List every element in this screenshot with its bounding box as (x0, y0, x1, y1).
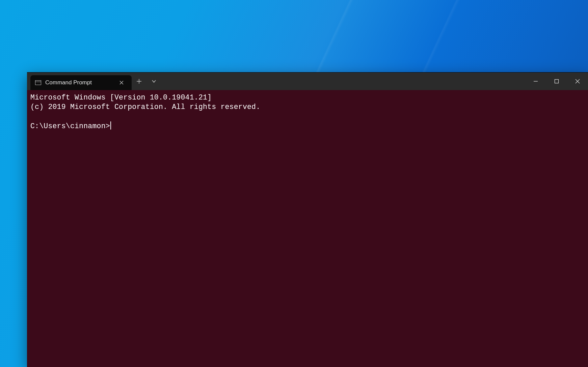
close-icon (575, 79, 580, 84)
terminal-prompt: C:\Users\cinnamon> (30, 122, 110, 130)
tab-label: Command Prompt (45, 79, 92, 86)
close-icon (119, 81, 124, 85)
command-prompt-icon (35, 80, 41, 85)
tab-close-button[interactable] (117, 78, 126, 87)
minimize-icon (533, 79, 538, 84)
tab-command-prompt[interactable]: Command Prompt (30, 75, 132, 90)
close-window-button[interactable] (567, 73, 588, 90)
window-controls (525, 73, 588, 90)
chevron-down-icon (152, 79, 156, 84)
tab-dropdown-button[interactable] (146, 73, 161, 90)
titlebar[interactable]: Command Prompt (27, 73, 588, 90)
plus-icon (136, 79, 142, 84)
new-tab-button[interactable] (132, 73, 146, 90)
terminal-output[interactable]: Microsoft Windows [Version 10.0.19041.21… (27, 90, 588, 367)
terminal-line: Microsoft Windows [Version 10.0.19041.21… (30, 93, 212, 102)
svg-rect-0 (555, 80, 559, 83)
terminal-line: (c) 2019 Microsoft Corporation. All righ… (30, 103, 260, 111)
maximize-button[interactable] (546, 73, 567, 90)
minimize-button[interactable] (525, 73, 546, 90)
cursor (110, 121, 111, 130)
terminal-window: Command Prompt Microsoft Windows [Versi (27, 72, 588, 367)
maximize-icon (554, 79, 559, 84)
tab-strip: Command Prompt (27, 73, 132, 90)
